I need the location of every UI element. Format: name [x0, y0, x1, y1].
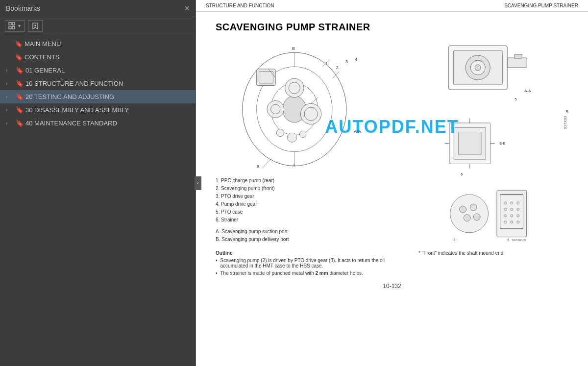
page-number: 10-132 [216, 283, 568, 290]
bookmark-icon-20-testing: 🔖 [16, 93, 23, 100]
svg-rect-0 [9, 23, 11, 25]
labels-ab: A. Scavenging pump suction port B. Scave… [216, 228, 402, 244]
bookmark-add-button[interactable] [28, 20, 43, 32]
bookmark-icon-40-maintenance: 🔖 [16, 120, 23, 127]
svg-rect-2 [9, 26, 11, 29]
svg-text:B-B: B-B [499, 141, 505, 146]
svg-text:1: 1 [325, 61, 328, 66]
svg-point-69 [504, 215, 506, 217]
diagram-left: B A B 1 2 3 4 A-A [216, 41, 402, 245]
arrow-40-maintenance: › [6, 121, 12, 126]
sidebar-nav: 🔖 MAIN MENU 🔖 CONTENTS › 🔖 01 GENERAL › … [0, 35, 196, 366]
sidebar: Bookmarks × ▼ 🔖 MAIN [0, 0, 196, 366]
svg-text:3: 3 [345, 59, 348, 64]
diagram-right: 5 A-A 5 [416, 41, 569, 245]
sidebar-header: Bookmarks × [0, 0, 196, 17]
outline-note: * "Front" indicates the shaft mound end. [418, 250, 568, 256]
pdf-content: AUTOPDF.NET SCAVENGING PUMP STRAINER [196, 12, 588, 299]
pdf-page: STRUCTURE AND FUNCTION SCAVENGING PUMP S… [196, 0, 588, 366]
sidebar-collapse-arrow[interactable]: ‹ [195, 176, 201, 190]
svg-point-40 [475, 65, 481, 71]
label-a: A. Scavenging pump suction port [216, 228, 402, 236]
legend-item-6: 6. Strainer [216, 216, 402, 224]
pdf-header-left: STRUCTURE AND FUNCTION [206, 3, 274, 8]
svg-rect-41 [507, 58, 527, 68]
svg-rect-47 [458, 132, 481, 155]
outline-bullet-1: Scavenging pump (2) is driven by PTO dri… [216, 258, 399, 268]
svg-text:2: 2 [336, 65, 339, 70]
legend-item-5: 5. PTO case [216, 208, 402, 216]
pdf-main-title: SCAVENGING PUMP STRAINER [216, 22, 568, 33]
svg-point-10 [285, 78, 304, 98]
sidebar-item-contents[interactable]: 🔖 CONTENTS [0, 50, 196, 64]
svg-line-22 [332, 72, 339, 78]
sidebar-toolbar: ▼ [0, 17, 196, 35]
pdf-header-right: SCAVENGING PUMP STRAINER [504, 3, 578, 8]
bookmark-add-icon [31, 22, 39, 30]
svg-text:A-A: A-A [524, 89, 531, 93]
svg-text:A: A [293, 163, 295, 168]
sidebar-item-20-testing[interactable]: › 🔖 20 TESTING AND ADJUSTING [0, 90, 196, 103]
sidebar-title: Bookmarks [6, 4, 40, 12]
svg-text:SKD00100: SKD00100 [512, 239, 526, 242]
svg-point-56 [470, 204, 477, 211]
svg-point-63 [504, 202, 506, 204]
outline-area: Outline Scavenging pump (2) is driven by… [216, 250, 568, 278]
section-aa-diagram: 5 A-A [416, 41, 569, 109]
svg-point-33 [276, 129, 284, 136]
legend-item-3: 3. PTO drive gear [216, 193, 402, 200]
outline-bullet-2: The strainer is made of punched metal wi… [216, 270, 399, 276]
bookmark-icon-30-disassembly: 🔖 [16, 106, 23, 114]
arrow-30-disassembly: › [6, 107, 12, 113]
svg-point-71 [516, 215, 519, 217]
sidebar-label-40-maintenance: 40 MAINTENANCE STANDARD [25, 120, 117, 127]
outline-title: Outline [216, 250, 399, 256]
svg-point-35 [299, 131, 306, 138]
svg-point-34 [287, 133, 296, 142]
watermark: AUTOPDF.NET [325, 117, 459, 137]
svg-point-68 [516, 208, 519, 211]
svg-point-65 [516, 202, 519, 204]
sidebar-label-10-structure: 10 STRUCTURE AND FUNCTION [25, 80, 123, 87]
engine-diagram: B A B 1 2 3 4 A-A [216, 41, 402, 173]
svg-point-67 [510, 208, 513, 211]
label-5-ref: 5 [416, 109, 569, 114]
svg-rect-1 [12, 23, 15, 25]
svg-line-19 [311, 98, 318, 104]
sidebar-item-main-menu[interactable]: 🔖 MAIN MENU [0, 37, 196, 50]
sidebar-item-01-general[interactable]: › 🔖 01 GENERAL [0, 64, 196, 77]
sidebar-label-30-disassembly: 30 DISASSEMBLY AND ASSEMBLY [25, 106, 129, 114]
svg-point-74 [516, 221, 519, 223]
sidebar-label-main-menu: MAIN MENU [24, 40, 61, 48]
expand-arrow: ▼ [17, 24, 22, 28]
arrow-placeholder-2 [6, 54, 12, 60]
arrow-01-general: › [6, 68, 12, 73]
arrow-10-structure: › [6, 81, 12, 86]
svg-rect-3 [12, 26, 15, 29]
svg-text:4: 4 [355, 57, 357, 62]
outline-text-1: Scavenging pump (2) is driven by PTO dri… [220, 258, 399, 268]
outline-note-section: * "Front" indicates the shaft mound end. [418, 250, 568, 278]
outline-text-2: The strainer is made of punched metal wi… [220, 270, 363, 276]
sidebar-label-01-general: 01 GENERAL [25, 67, 65, 74]
diagram-section: B A B 1 2 3 4 A-A [216, 41, 568, 245]
sidebar-label-contents: CONTENTS [24, 53, 60, 61]
svg-point-72 [504, 221, 506, 223]
close-button[interactable]: × [184, 4, 190, 13]
svg-text:5: 5 [514, 97, 517, 101]
arrow-placeholder [6, 41, 12, 47]
svg-point-58 [473, 214, 480, 220]
svg-text:6: 6 [507, 238, 509, 242]
svg-text:B: B [292, 46, 295, 51]
svg-rect-42 [514, 54, 522, 58]
sidebar-item-40-maintenance[interactable]: › 🔖 40 MAINTENANCE STANDARD [0, 117, 196, 130]
pdf-viewer: STRUCTURE AND FUNCTION SCAVENGING PUMP S… [196, 0, 588, 366]
svg-point-66 [504, 208, 506, 211]
expand-icon [8, 22, 16, 30]
expand-button[interactable]: ▼ [5, 20, 25, 32]
bookmark-icon-contents: 🔖 [15, 53, 22, 61]
sidebar-item-10-structure[interactable]: › 🔖 10 STRUCTURE AND FUNCTION [0, 77, 196, 90]
svg-text:B: B [257, 164, 260, 169]
sidebar-item-30-disassembly[interactable]: › 🔖 30 DISASSEMBLY AND ASSEMBLY [0, 103, 196, 117]
sidebar-label-20-testing: 20 TESTING AND ADJUSTING [25, 93, 114, 100]
